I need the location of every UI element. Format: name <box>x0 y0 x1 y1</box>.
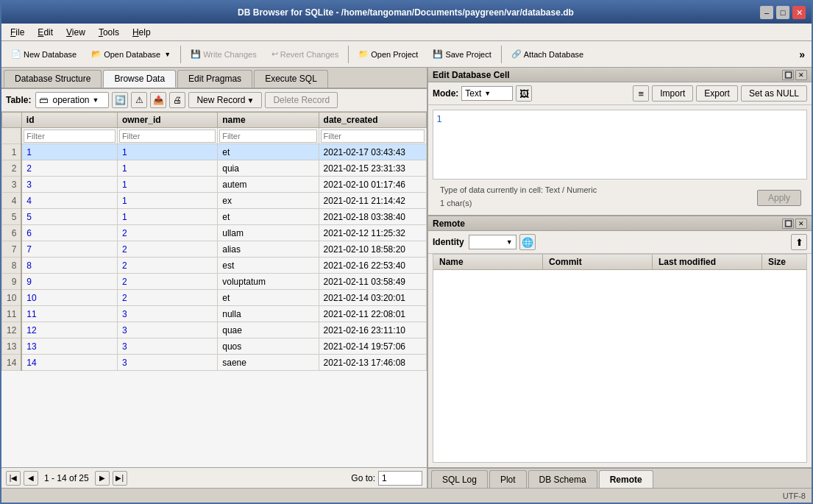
save-table-button[interactable]: 🖨 <box>169 92 185 108</box>
data-table-wrapper[interactable]: id owner_id name date_created <box>1 112 427 467</box>
cell-id[interactable]: 4 <box>21 193 117 209</box>
menu-file[interactable]: File <box>4 26 30 39</box>
open-database-button[interactable]: 📂 Open Database ▼ <box>85 44 177 65</box>
cell-date_created[interactable]: 2021-02-15 23:31:33 <box>319 160 426 177</box>
goto-input[interactable] <box>378 471 422 486</box>
cell-name[interactable]: ex <box>218 193 319 209</box>
table-row[interactable]: 992voluptatum2021-02-11 03:58:49 <box>2 274 427 290</box>
menu-help[interactable]: Help <box>127 26 157 39</box>
cell-owner_id[interactable]: 3 <box>117 322 217 338</box>
table-row[interactable]: 221quia2021-02-15 23:31:33 <box>2 160 427 177</box>
cell-owner_id[interactable]: 2 <box>117 258 217 274</box>
cell-name[interactable]: saene <box>218 355 319 371</box>
table-selector[interactable]: 🗃 operation ▼ <box>35 92 109 108</box>
col-header-date-created[interactable]: date_created <box>319 113 426 128</box>
cell-id[interactable]: 6 <box>21 225 117 241</box>
set-null-button[interactable]: Set as NULL <box>741 85 807 102</box>
cell-date_created[interactable]: 2021-02-14 03:20:01 <box>319 290 426 306</box>
export-cell-button[interactable]: Export <box>696 85 738 102</box>
table-row[interactable]: 11113nulla2021-02-11 22:08:01 <box>2 306 427 322</box>
cell-date_created[interactable]: 2021-02-16 22:53:40 <box>319 258 426 274</box>
cell-name[interactable]: et <box>218 290 319 306</box>
table-row[interactable]: 662ullam2021-02-12 11:25:32 <box>2 225 427 241</box>
toolbar-expand-button[interactable]: » <box>795 44 809 65</box>
cell-name[interactable]: nulla <box>218 306 319 322</box>
last-page-button[interactable]: ▶| <box>113 471 127 486</box>
cell-owner_id[interactable]: 1 <box>117 177 217 193</box>
table-row[interactable]: 331autem2021-02-10 01:17:46 <box>2 177 427 193</box>
tab-browse-data[interactable]: Browse Data <box>103 70 176 88</box>
menu-edit[interactable]: Edit <box>32 26 59 39</box>
filter-date-created-input[interactable] <box>321 129 425 143</box>
cell-id[interactable]: 1 <box>21 144 117 160</box>
col-header-name[interactable]: name <box>218 113 319 128</box>
edit-cell-minimize-button[interactable]: 🔲 <box>782 70 794 80</box>
tab-database-structure[interactable]: Database Structure <box>4 70 102 88</box>
cell-owner_id[interactable]: 2 <box>117 290 217 306</box>
cell-name[interactable]: voluptatum <box>218 274 319 290</box>
refresh-table-button[interactable]: 🔄 <box>112 92 128 108</box>
prev-page-button[interactable]: ◀ <box>24 471 38 486</box>
mode-selector[interactable]: Text ▼ <box>461 86 513 101</box>
write-changes-button[interactable]: 💾 Write Changes <box>184 44 263 65</box>
bottom-tab-db-schema[interactable]: DB Schema <box>528 470 597 488</box>
menu-view[interactable]: View <box>60 26 91 39</box>
table-row[interactable]: 551et2021-02-18 03:38:40 <box>2 209 427 225</box>
cell-owner_id[interactable]: 2 <box>117 241 217 258</box>
apply-button[interactable]: Apply <box>757 190 801 206</box>
cell-owner_id[interactable]: 1 <box>117 193 217 209</box>
cell-text-area[interactable]: 1 <box>433 110 807 180</box>
tab-execute-sql[interactable]: Execute SQL <box>254 70 328 88</box>
bottom-tab-sql-log[interactable]: SQL Log <box>431 470 488 488</box>
remote-upload-button[interactable]: ⬆ <box>791 234 807 250</box>
filter-owner-id-input[interactable] <box>119 129 216 143</box>
cell-id[interactable]: 9 <box>21 274 117 290</box>
cell-owner_id[interactable]: 1 <box>117 209 217 225</box>
cell-date_created[interactable]: 2021-02-13 17:46:08 <box>319 355 426 371</box>
cell-date_created[interactable]: 2021-02-14 19:57:06 <box>319 338 426 355</box>
cell-name[interactable]: et <box>218 144 319 160</box>
cell-name[interactable]: quos <box>218 338 319 355</box>
cell-owner_id[interactable]: 2 <box>117 274 217 290</box>
close-button[interactable]: ✕ <box>792 6 806 19</box>
cell-date_created[interactable]: 2021-02-16 23:11:10 <box>319 322 426 338</box>
cell-date_created[interactable]: 2021-02-18 03:38:40 <box>319 209 426 225</box>
cell-id[interactable]: 3 <box>21 177 117 193</box>
table-row[interactable]: 12123quae2021-02-16 23:11:10 <box>2 322 427 338</box>
table-row[interactable]: 882est2021-02-16 22:53:40 <box>2 258 427 274</box>
table-row[interactable]: 13133quos2021-02-14 19:57:06 <box>2 338 427 355</box>
cell-id[interactable]: 13 <box>21 338 117 355</box>
cell-owner_id[interactable]: 3 <box>117 338 217 355</box>
edit-cell-close-button[interactable]: ✕ <box>795 70 807 80</box>
cell-name[interactable]: alias <box>218 241 319 258</box>
import-button[interactable]: Import <box>652 85 693 102</box>
cell-date_created[interactable]: 2021-02-12 11:25:32 <box>319 225 426 241</box>
filter-id-input[interactable] <box>24 129 116 143</box>
first-page-button[interactable]: |◀ <box>6 471 21 486</box>
cell-date_created[interactable]: 2021-02-10 18:58:20 <box>319 241 426 258</box>
cell-name[interactable]: quia <box>218 160 319 177</box>
cell-id[interactable]: 2 <box>21 160 117 177</box>
next-page-button[interactable]: ▶ <box>95 471 110 486</box>
minimize-button[interactable]: – <box>760 6 773 19</box>
cell-id[interactable]: 11 <box>21 306 117 322</box>
cell-date_created[interactable]: 2021-02-11 22:08:01 <box>319 306 426 322</box>
table-row[interactable]: 441ex2021-02-11 21:14:42 <box>2 193 427 209</box>
col-header-id[interactable]: id <box>21 113 117 128</box>
table-row[interactable]: 14143saene2021-02-13 17:46:08 <box>2 355 427 371</box>
text-wrap-button[interactable]: ≡ <box>633 85 649 102</box>
edit-cell-icon-button[interactable]: 🖼 <box>516 85 532 102</box>
save-project-button[interactable]: 💾 Save Project <box>426 44 497 65</box>
identity-selector[interactable]: ▼ <box>469 235 516 249</box>
cell-id[interactable]: 10 <box>21 290 117 306</box>
cell-owner_id[interactable]: 1 <box>117 144 217 160</box>
cell-name[interactable]: et <box>218 209 319 225</box>
bottom-tab-plot[interactable]: Plot <box>489 470 527 488</box>
table-row[interactable]: 10102et2021-02-14 03:20:01 <box>2 290 427 306</box>
cell-name[interactable]: ullam <box>218 225 319 241</box>
remote-minimize-button[interactable]: 🔲 <box>782 219 794 229</box>
cell-date_created[interactable]: 2021-02-10 01:17:46 <box>319 177 426 193</box>
cell-owner_id[interactable]: 3 <box>117 355 217 371</box>
cell-name[interactable]: est <box>218 258 319 274</box>
print-button[interactable]: ⚠ <box>131 92 147 108</box>
